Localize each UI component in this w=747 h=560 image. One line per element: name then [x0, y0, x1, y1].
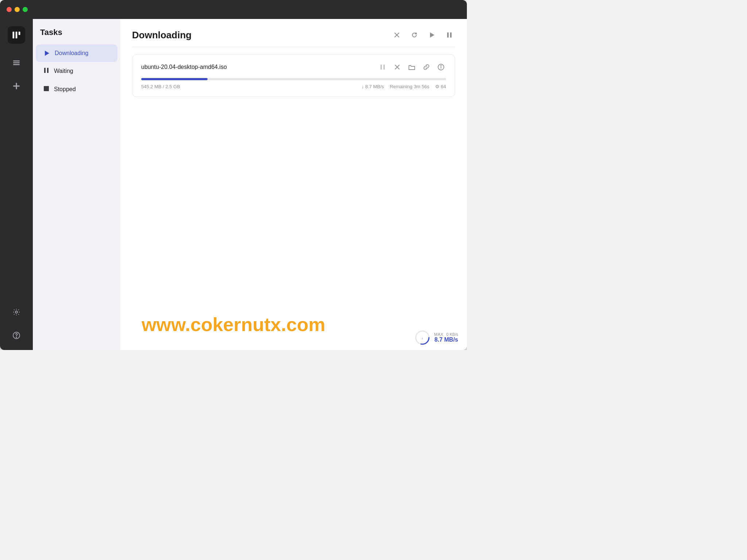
speed-widget: ↓ MAX 0 KB/s 8.7 MB/s — [414, 330, 458, 346]
svg-rect-19 — [450, 32, 452, 38]
speed-info: MAX 0 KB/s 8.7 MB/s — [434, 332, 458, 343]
speed-gauge: ↓ — [414, 330, 430, 346]
svg-point-10 — [16, 337, 17, 338]
svg-marker-17 — [430, 32, 434, 38]
tasks-panel: Tasks Downloading Waiting — [33, 19, 120, 350]
play-icon — [43, 50, 50, 57]
download-card: ubuntu-20.04-desktop-amd64.iso — [132, 54, 455, 97]
app-logo — [8, 26, 25, 44]
sidebar-item-waiting[interactable]: Waiting — [36, 62, 117, 80]
download-filename: ubuntu-20.04-desktop-amd64.iso — [141, 64, 227, 70]
download-speed: ↓ 8.7 MB/s — [361, 84, 384, 89]
svg-rect-7 — [13, 86, 20, 87]
svg-rect-12 — [44, 68, 46, 73]
maximize-button[interactable] — [23, 7, 28, 12]
progress-bar — [141, 78, 446, 80]
current-speed: 8.7 MB/s — [434, 337, 458, 343]
downloading-label: Downloading — [55, 50, 89, 57]
card-actions — [378, 62, 446, 72]
svg-point-8 — [15, 311, 18, 313]
section-title: Downloading — [132, 30, 191, 41]
add-icon[interactable] — [9, 79, 24, 93]
close-button[interactable] — [7, 7, 12, 12]
svg-marker-11 — [45, 51, 49, 56]
card-link-button[interactable] — [421, 62, 431, 72]
svg-rect-3 — [13, 61, 20, 62]
refresh-button[interactable] — [409, 29, 420, 41]
svg-rect-18 — [447, 32, 449, 38]
max-label: MAX — [434, 332, 443, 337]
stop-icon — [43, 85, 50, 93]
logo-icon — [11, 30, 22, 40]
download-card-header: ubuntu-20.04-desktop-amd64.iso — [141, 62, 446, 72]
tasks-title: Tasks — [33, 28, 120, 44]
download-stats: 545.2 MB / 2.5 GB ↓ 8.7 MB/s Remaining 3… — [141, 84, 446, 89]
svg-rect-4 — [13, 62, 20, 63]
svg-rect-20 — [380, 65, 382, 70]
settings-icon[interactable] — [9, 305, 24, 319]
help-icon[interactable] — [9, 328, 24, 343]
speed-stats: ↓ 8.7 MB/s Remaining 3m 56s ⚙ 64 — [361, 84, 446, 89]
svg-text:↓: ↓ — [422, 336, 423, 340]
main-content: Downloading — [120, 19, 467, 350]
svg-rect-14 — [44, 86, 49, 91]
sidebar-item-downloading[interactable]: Downloading — [36, 44, 117, 62]
svg-rect-5 — [13, 64, 20, 65]
remaining-time: Remaining 3m 56s — [390, 84, 429, 89]
max-speed: 0 KB/s — [446, 332, 458, 337]
bottom-bar: ↓ MAX 0 KB/s 8.7 MB/s — [406, 325, 467, 350]
progress-fill — [141, 78, 208, 80]
progress-container — [141, 78, 446, 80]
svg-rect-0 — [13, 32, 15, 39]
svg-rect-13 — [47, 68, 49, 73]
file-size-stat: 545.2 MB / 2.5 GB — [141, 84, 180, 89]
stopped-label: Stopped — [54, 86, 76, 93]
connections-count: ⚙ 64 — [435, 84, 446, 89]
sidebar-item-stopped[interactable]: Stopped — [36, 80, 117, 98]
card-info-button[interactable] — [436, 62, 446, 72]
content-header: Downloading — [132, 29, 455, 47]
pause-all-button[interactable] — [444, 29, 455, 41]
svg-rect-2 — [19, 32, 20, 35]
close-all-button[interactable] — [391, 29, 403, 41]
svg-rect-1 — [16, 32, 18, 39]
titlebar — [0, 0, 467, 19]
card-folder-button[interactable] — [407, 62, 417, 72]
play-all-button[interactable] — [426, 29, 438, 41]
minimize-button[interactable] — [15, 7, 20, 12]
menu-icon[interactable] — [9, 55, 24, 70]
sidebar — [0, 19, 33, 350]
card-pause-button[interactable] — [378, 62, 388, 72]
pause-icon — [43, 67, 50, 75]
svg-rect-21 — [383, 65, 385, 70]
waiting-label: Waiting — [54, 68, 73, 74]
header-actions — [391, 29, 455, 41]
card-delete-button[interactable] — [392, 62, 402, 72]
svg-point-26 — [441, 66, 441, 66]
